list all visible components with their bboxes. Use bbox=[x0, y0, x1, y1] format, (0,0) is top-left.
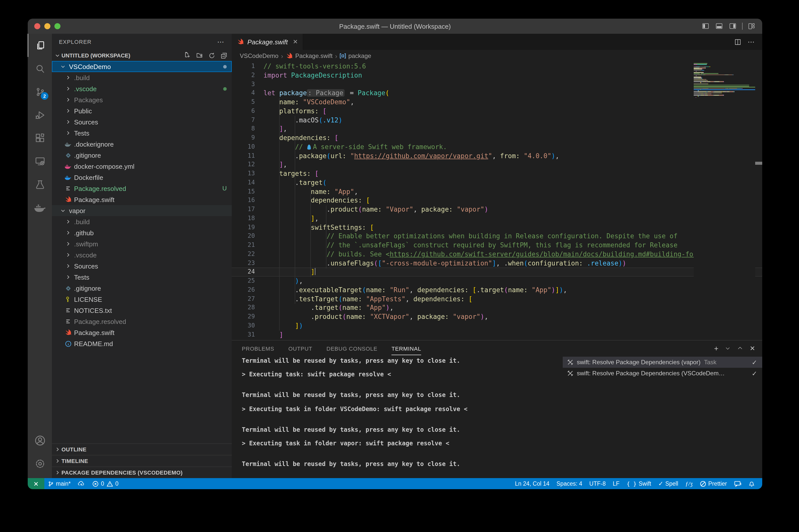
tree-item-notices-txt[interactable]: NOTICES.txt bbox=[52, 305, 232, 316]
status-problems[interactable]: 00 bbox=[89, 478, 122, 489]
activity-item-settings-gear[interactable] bbox=[28, 452, 52, 475]
tree-item-package-resolved[interactable]: Package.resolved bbox=[52, 316, 232, 327]
tab-package-swift[interactable]: Package.swift ✕ bbox=[232, 34, 304, 50]
panel-tab-problems[interactable]: PROBLEMS bbox=[242, 342, 274, 355]
status-feedback[interactable] bbox=[730, 478, 745, 489]
activity-item-extensions[interactable] bbox=[28, 127, 52, 150]
split-editor-icon[interactable] bbox=[734, 38, 742, 45]
tree-item-license[interactable]: LICENSE bbox=[52, 294, 232, 305]
code-line-8[interactable]: 8 ], bbox=[232, 125, 762, 134]
code-line-22[interactable]: 22 // builds. See <https://github.com/sw… bbox=[232, 250, 762, 259]
activity-item-search[interactable] bbox=[28, 57, 52, 80]
remote-indicator[interactable] bbox=[28, 478, 44, 489]
layout-sidebar-right-icon[interactable] bbox=[728, 23, 737, 30]
tree-item-docker-compose-yml[interactable]: docker-compose.yml bbox=[52, 161, 232, 172]
explorer-more-actions-icon[interactable]: ⋯ bbox=[217, 38, 225, 46]
code-line-15[interactable]: 15 name: "App", bbox=[232, 187, 762, 196]
workspace-section-header[interactable]: UNTITLED (WORKSPACE) bbox=[52, 50, 232, 61]
breadcrumb-item-vscodedemo[interactable]: VSCodeDemo bbox=[240, 52, 278, 59]
code-line-31[interactable]: 31 ] bbox=[232, 330, 762, 339]
tree-item-dockerfile[interactable]: Dockerfile bbox=[52, 172, 232, 183]
tree-item-packages[interactable]: Packages bbox=[52, 94, 232, 105]
collapse-all-icon[interactable] bbox=[220, 52, 228, 59]
customize-layout-icon[interactable] bbox=[748, 23, 755, 30]
code-line-9[interactable]: 9 dependencies: [ bbox=[232, 133, 762, 142]
activity-item-files[interactable] bbox=[28, 34, 52, 57]
terminal-output[interactable]: Terminal will be reused by tasks, press … bbox=[232, 356, 563, 478]
code-line-20[interactable]: 20 // Enable better optimizations when b… bbox=[232, 232, 762, 241]
tree-item-package-swift[interactable]: Package.swift bbox=[52, 327, 232, 338]
tree-item--gitignore[interactable]: .gitignore bbox=[52, 283, 232, 294]
code-editor[interactable]: 1// swift-tools-version:5.62import Packa… bbox=[232, 62, 762, 340]
tree-item-vscodedemo[interactable]: VSCodeDemo bbox=[52, 61, 232, 72]
code-line-17[interactable]: 17 .product(name: "Vapor", package: "vap… bbox=[232, 205, 762, 214]
new-terminal-icon[interactable]: + bbox=[714, 344, 719, 353]
activity-item-docker[interactable] bbox=[28, 196, 52, 219]
activity-item-source-control[interactable]: 2 bbox=[28, 80, 52, 103]
code-line-7[interactable]: 7 .macOS(.v12) bbox=[232, 116, 762, 125]
panel-tab-output[interactable]: OUTPUT bbox=[288, 342, 312, 355]
tree-item-sources[interactable]: Sources bbox=[52, 116, 232, 128]
code-line-3[interactable]: 3 bbox=[232, 80, 762, 89]
tree-item-vapor[interactable]: vapor bbox=[52, 205, 232, 216]
tree-item--vscode[interactable]: .vscode bbox=[52, 249, 232, 261]
tree-item--swiftpm[interactable]: .swiftpm bbox=[52, 238, 232, 249]
tree-item--github[interactable]: .github bbox=[52, 227, 232, 238]
status-language-mode[interactable]: { }Swift bbox=[623, 478, 655, 489]
activity-item-account[interactable] bbox=[28, 429, 52, 452]
tree-item-package-resolved[interactable]: Package.resolvedU bbox=[52, 183, 232, 194]
tree-item--build[interactable]: .build bbox=[52, 216, 232, 227]
refresh-icon[interactable] bbox=[208, 52, 216, 59]
code-line-18[interactable]: 18 ], bbox=[232, 214, 762, 223]
activity-item-run-debug[interactable] bbox=[28, 103, 52, 127]
status-format-status[interactable]: ƒ/ʒ bbox=[682, 478, 696, 489]
sidebar-section-package[interactable]: PACKAGE DEPENDENCIES (VSCODEDEMO) bbox=[52, 467, 232, 478]
code-line-27[interactable]: 27 .testTarget(name: "AppTests", depende… bbox=[232, 294, 762, 304]
minimize-window-button[interactable] bbox=[44, 23, 50, 29]
status-notifications[interactable] bbox=[745, 478, 758, 489]
new-file-icon[interactable] bbox=[184, 52, 191, 59]
code-line-1[interactable]: 1// swift-tools-version:5.6 bbox=[232, 62, 762, 71]
code-line-13[interactable]: 13 targets: [ bbox=[232, 169, 762, 178]
activity-item-testing[interactable] bbox=[28, 173, 52, 196]
minimap[interactable] bbox=[694, 63, 755, 340]
status-prettier[interactable]: Prettier bbox=[696, 478, 730, 489]
sidebar-section-outline[interactable]: OUTLINE bbox=[52, 443, 232, 455]
code-line-14[interactable]: 14 .target( bbox=[232, 178, 762, 187]
code-line-30[interactable]: 30 ]) bbox=[232, 321, 762, 330]
tree-item-tests[interactable]: Tests bbox=[52, 128, 232, 138]
scrollbar-marker[interactable] bbox=[755, 162, 762, 165]
tree-item-readme-md[interactable]: README.md bbox=[52, 338, 232, 349]
terminal-dropdown-icon[interactable] bbox=[725, 345, 730, 351]
tree-item-public[interactable]: Public bbox=[52, 105, 232, 116]
tree-item-sources[interactable]: Sources bbox=[52, 261, 232, 271]
code-line-5[interactable]: 5 name: "VSCodeDemo", bbox=[232, 98, 762, 107]
code-line-6[interactable]: 6 platforms: [ bbox=[232, 107, 762, 116]
maximize-panel-icon[interactable] bbox=[737, 345, 743, 351]
panel-tab-terminal[interactable]: TERMINAL bbox=[392, 341, 421, 355]
layout-panel-icon[interactable] bbox=[715, 23, 723, 30]
tree-item--gitignore[interactable]: .gitignore bbox=[52, 150, 232, 161]
layout-sidebar-left-icon[interactable] bbox=[701, 23, 710, 30]
code-line-19[interactable]: 19 swiftSettings: [ bbox=[232, 223, 762, 232]
status-indentation[interactable]: Spaces: 4 bbox=[553, 478, 586, 489]
status-spell-checker[interactable]: ✓Spell bbox=[655, 478, 682, 489]
code-line-23[interactable]: 23 .unsafeFlags(["-cross-module-optimiza… bbox=[232, 259, 762, 268]
code-line-11[interactable]: 11 .package(url: "https://github.com/vap… bbox=[232, 151, 762, 160]
code-line-16[interactable]: 16 dependencies: [ bbox=[232, 196, 762, 205]
status-encoding[interactable]: UTF-8 bbox=[586, 478, 609, 489]
code-line-10[interactable]: 10 // A server-side Swift web framework. bbox=[232, 142, 762, 152]
terminal-list-item[interactable]: swift: Resolve Package Dependencies (VSC… bbox=[563, 368, 762, 379]
more-actions-icon[interactable]: ⋯ bbox=[748, 38, 755, 46]
close-window-button[interactable] bbox=[34, 23, 40, 29]
tree-item-tests[interactable]: Tests bbox=[52, 271, 232, 283]
tree-item--vscode[interactable]: .vscode bbox=[52, 83, 232, 94]
code-line-2[interactable]: 2import PackageDescription bbox=[232, 71, 762, 80]
sidebar-section-timeline[interactable]: TIMELINE bbox=[52, 455, 232, 467]
tree-item--build[interactable]: .build bbox=[52, 72, 232, 83]
status-git-branch[interactable]: main* bbox=[44, 478, 74, 489]
terminal-list-item[interactable]: swift: Resolve Package Dependencies (vap… bbox=[563, 357, 762, 368]
code-line-25[interactable]: 25 ), bbox=[232, 277, 762, 286]
code-line-28[interactable]: 28 .target(name: "App"), bbox=[232, 304, 762, 312]
new-folder-icon[interactable] bbox=[196, 52, 204, 59]
